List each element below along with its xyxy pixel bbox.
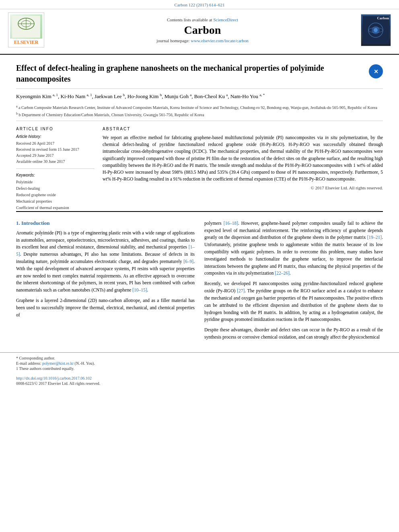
doi-url[interactable]: http://dx.doi.org/10.1016/j.carbon.2017.… bbox=[16, 376, 92, 380]
article-title-section: Effect of defect-healing in graphene nan… bbox=[16, 55, 383, 89]
authors: Kyeongmin Kim a, 1, Ki-Ho Nam a, 1, Jaek… bbox=[16, 89, 383, 103]
crossmark-badge: ✕ bbox=[369, 64, 383, 78]
article-info-abstract: ARTICLE INFO Article history: Received 2… bbox=[16, 121, 383, 211]
keywords-label: Keywords: bbox=[16, 173, 95, 177]
keyword-1: Polyimide bbox=[16, 179, 95, 185]
journal-header: Carbon 122 (2017) 614–621 ELSEVIER Conte bbox=[0, 0, 399, 55]
body-right: polymers [16–18]. However, graphene-base… bbox=[204, 220, 383, 344]
accepted-date: Accepted 29 June 2017 bbox=[16, 152, 95, 158]
body-left: 1. Introduction Aromatic polyimide (PI) … bbox=[16, 220, 195, 344]
crossmark-icon: ✕ bbox=[369, 64, 383, 78]
available-date: Available online 30 June 2017 bbox=[16, 158, 95, 164]
journal-name: Carbon bbox=[52, 24, 353, 37]
corresponding-note: * Corresponding author. bbox=[16, 356, 383, 360]
keyword-2: Defect-healing bbox=[16, 185, 95, 192]
footnote-1: 1 These authors contributed equally. bbox=[16, 366, 383, 371]
ref-19-21[interactable]: [19–21] bbox=[367, 235, 382, 240]
right-paragraph-1: polymers [16–18]. However, graphene-base… bbox=[204, 220, 383, 277]
affiliation-b: b b Department of Chemistry Education/Ca… bbox=[16, 111, 383, 118]
affiliations: a a Carbon Composite Materials Research … bbox=[16, 103, 383, 121]
email-note: E-mail address: polymer@kist.re.kr (N.-H… bbox=[16, 361, 383, 366]
body-section: 1. Introduction Aromatic polyimide (PI) … bbox=[16, 211, 383, 344]
article-info-header: ARTICLE INFO bbox=[16, 127, 95, 131]
abstract-text: We report an effective method for fabric… bbox=[103, 134, 383, 183]
journal-title-section: Contents lists available at ScienceDirec… bbox=[52, 17, 353, 43]
keyword-5: Coefficient of thermal expansion bbox=[16, 205, 95, 211]
keyword-3: Reduced graphene oxide bbox=[16, 192, 95, 198]
abstract-header: ABSTRACT bbox=[103, 127, 383, 131]
paper-content: Effect of defect-healing in graphene nan… bbox=[0, 55, 399, 344]
ref-6-9[interactable]: [6–9] bbox=[183, 259, 193, 264]
ref-27[interactable]: [27] bbox=[237, 288, 245, 293]
sciencedirect-link: Contents lists available at ScienceDirec… bbox=[52, 17, 353, 22]
sciencedirect-url[interactable]: ScienceDirect bbox=[213, 17, 238, 22]
homepage-url[interactable]: www.elsevier.com/locate/carbon bbox=[191, 38, 248, 43]
svg-point-8 bbox=[374, 28, 378, 32]
journal-cover-thumbnail: Carbon bbox=[361, 14, 391, 46]
keyword-4: Mechanical properties bbox=[16, 198, 95, 205]
elsevier-brand: ELSEVIER bbox=[10, 39, 42, 45]
body-two-col: 1. Introduction Aromatic polyimide (PI) … bbox=[16, 220, 383, 344]
article-info-col: ARTICLE INFO Article history: Received 2… bbox=[16, 127, 95, 211]
abstract-col: ABSTRACT We report an effective method f… bbox=[103, 127, 383, 211]
intro-paragraph-1: Aromatic polyimide (PI) is a type of eng… bbox=[16, 230, 195, 294]
intro-title: 1. Introduction bbox=[16, 220, 195, 226]
ref-10-15[interactable]: [10–15] bbox=[132, 288, 147, 292]
journal-homepage: journal homepage: www.elsevier.com/locat… bbox=[52, 38, 353, 43]
affiliation-a: a a Carbon Composite Materials Research … bbox=[16, 104, 383, 111]
cover-label: Carbon bbox=[377, 16, 389, 20]
author-email[interactable]: polymer@kist.re.kr bbox=[42, 361, 74, 366]
ref-1-5[interactable]: [1–5] bbox=[16, 244, 195, 257]
ref-16-18[interactable]: [16–18] bbox=[224, 221, 238, 226]
keywords-section: Keywords: Polyimide Defect-healing Reduc… bbox=[16, 173, 95, 211]
right-paragraph-2: Recently, we developed PI nanocomposites… bbox=[204, 280, 383, 323]
ref-22-26[interactable]: [22–26] bbox=[275, 271, 289, 275]
article-title: Effect of defect-healing in graphene nan… bbox=[16, 63, 363, 84]
divider bbox=[16, 168, 95, 169]
issn-note: 0008-6223/© 2017 Elsevier Ltd. All right… bbox=[16, 381, 383, 386]
intro-paragraph-2: Graphene is a layered 2-dimensional (2D)… bbox=[16, 297, 195, 318]
revised-date: Received in revised form 15 June 2017 bbox=[16, 146, 95, 152]
received-date: Received 26 April 2017 bbox=[16, 140, 95, 146]
doi-link: http://dx.doi.org/10.1016/j.carbon.2017.… bbox=[16, 376, 383, 380]
history-label: Article history: bbox=[16, 134, 95, 139]
elsevier-logo: ELSEVIER bbox=[8, 12, 44, 47]
copyright: © 2017 Elsevier Ltd. All rights reserved… bbox=[103, 185, 383, 190]
page-footer: * Corresponding author. E-mail address: … bbox=[0, 352, 399, 390]
volume-info: Carbon 122 (2017) 614–621 bbox=[0, 0, 399, 9]
article-history: Article history: Received 26 April 2017 … bbox=[16, 134, 95, 164]
right-paragraph-3: Despite these advantages, disorder and d… bbox=[204, 327, 383, 341]
